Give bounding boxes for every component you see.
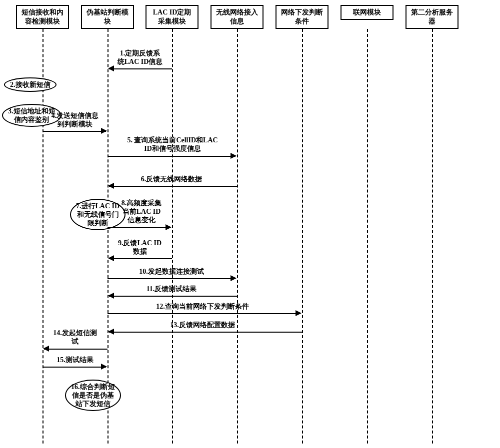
arrow [108, 313, 300, 314]
msg-13: 13.反馈网络配置数据 [140, 321, 265, 329]
arrow-head [230, 153, 236, 159]
arrow-head [43, 346, 49, 352]
arrow [109, 332, 302, 333]
msg-10: 10.发起数据连接测试 [124, 267, 219, 276]
participant-sms-receive-module: 短信接收和内容检测模块 [16, 5, 69, 29]
arrow [108, 156, 236, 157]
participant-network-cond: 网络下发判断条件 [276, 5, 328, 29]
msg-11: 11.反馈测试结果 [124, 285, 219, 293]
msg-12: 12.查询当前网络下发判断条件 [130, 302, 275, 311]
participant-wireless-info: 无线网络接入信息 [210, 5, 264, 29]
arrow [109, 258, 172, 259]
arrow [42, 131, 106, 132]
msg-5: 5. 查询系统当前CellID和LACID和信号强度信息 [110, 136, 235, 153]
lifeline [432, 29, 433, 444]
arrow-head [101, 364, 107, 370]
arrow [108, 227, 170, 228]
lifeline [237, 29, 238, 444]
lifeline [302, 29, 303, 444]
msg-14: 14.发起短信测试 [45, 329, 105, 346]
arrow-head [101, 128, 107, 134]
arrow-head [108, 329, 114, 335]
lifeline [108, 29, 108, 444]
arrow [109, 186, 237, 187]
arrow-head [108, 65, 114, 71]
arrow-head [296, 310, 302, 316]
msg-6: 6.反馈无线网络数据 [124, 175, 219, 183]
participant-second-server: 第二分析服务器 [406, 5, 458, 29]
arrow [44, 349, 108, 350]
participant-lacid-collect: LAC ID定期采集模块 [146, 5, 198, 29]
arrow [109, 296, 237, 297]
note-2: 2.接收新短信 [4, 77, 56, 92]
lifeline [42, 29, 44, 444]
msg-9: 9.反馈LAC ID数据 [111, 239, 168, 256]
arrow-head [108, 293, 114, 299]
arrow [108, 278, 236, 279]
arrow-head [108, 255, 114, 261]
participant-network-module: 联网模块 [340, 5, 394, 20]
lifeline [367, 29, 368, 444]
arrow-head [108, 183, 114, 189]
arrow [109, 68, 172, 69]
arrow-head [166, 224, 172, 230]
participant-fake-bs-module: 伪基站判断模块 [81, 5, 134, 29]
msg-4: 4.发送短信信息到判断模块 [45, 111, 105, 128]
arrow-head [230, 275, 236, 281]
msg-8: 8.高频度采集当前LAC ID信息变化 [114, 199, 169, 224]
arrow [42, 367, 106, 368]
msg-1: 1.定期反馈系统LAC ID信息 [110, 49, 170, 66]
msg-15: 15.测试结果 [48, 356, 102, 364]
note-16: 16.综合判断短信是否是伪基站下发短信 [65, 380, 121, 411]
lifeline [172, 29, 173, 444]
